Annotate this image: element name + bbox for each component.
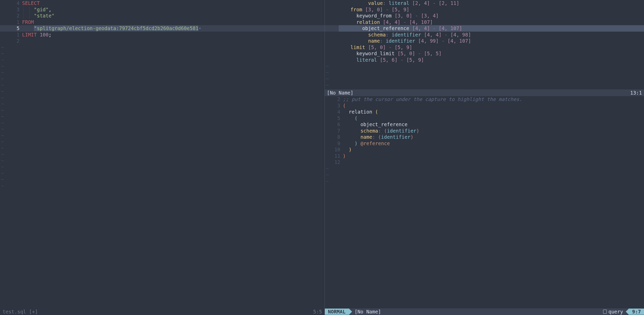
empty-line: ~	[0, 183, 325, 189]
empty-line: ~	[0, 69, 325, 76]
empty-line: ~	[0, 107, 325, 114]
line-number: 9	[325, 140, 343, 147]
empty-line: ~	[0, 50, 325, 57]
mode-indicator: NORMAL	[325, 309, 349, 315]
line-number: 8	[325, 134, 343, 140]
empty-line: ~	[325, 82, 644, 88]
code-line[interactable]: 10 )	[325, 146, 644, 153]
empty-line: ~	[0, 145, 325, 151]
empty-line: ~	[0, 151, 325, 158]
code-line[interactable]: 7 schema: (identifier)	[325, 128, 644, 134]
line-number: 5	[0, 25, 22, 32]
line-number: 7	[325, 128, 343, 134]
line-number: 2	[325, 96, 343, 103]
file-icon	[603, 310, 607, 314]
code-line[interactable]: keyword_limit [5, 0] - [5, 5]	[325, 50, 644, 57]
code-line[interactable]: 3(	[325, 103, 644, 109]
code-line[interactable]: 5│ │ "splitgraph/election-geodata:79724c…	[0, 25, 325, 32]
split-panes: 4SELECT3│ │ "gid",2│ │ "state"1FROM5│ │ …	[0, 0, 644, 315]
code-line[interactable]: keyword_from [3, 0] - [3, 4]	[325, 13, 644, 19]
code-line[interactable]: 6 object_reference	[325, 121, 644, 128]
code-line[interactable]: 12	[325, 159, 644, 165]
line-number: 2	[0, 38, 22, 44]
empty-line: ~	[0, 170, 325, 177]
filetype-segment: query	[601, 309, 625, 315]
code-line[interactable]: 11)	[325, 153, 644, 159]
line-number: 2	[0, 13, 22, 19]
code-line[interactable]: 2│ │ "state"	[0, 13, 325, 19]
top-right-statusline: [No Name] 13:1	[325, 89, 644, 96]
empty-line: ~	[325, 69, 644, 76]
empty-line: ~	[0, 120, 325, 126]
line-number: 3	[325, 103, 343, 109]
line-number: 3	[0, 6, 22, 13]
empty-line: ~	[0, 113, 325, 120]
code-line[interactable]: limit [5, 0] - [5, 9]	[325, 44, 644, 51]
code-line[interactable]: 2;; put the cursor under the capture to …	[325, 96, 644, 103]
code-line[interactable]: schema: identifier [4, 4] - [4, 98]	[325, 32, 644, 38]
empty-line: ~	[0, 88, 325, 95]
code-line[interactable]: 4 relation (	[325, 109, 644, 115]
empty-line: ~	[0, 101, 325, 107]
line-number: 10	[325, 146, 343, 153]
top-right-title: [No Name]	[327, 90, 630, 96]
code-line[interactable]: from [3, 0] - [5, 9]	[325, 6, 644, 13]
line-number: 5	[325, 115, 343, 122]
code-line[interactable]: 5 (	[325, 115, 644, 122]
line-number: 6	[325, 121, 343, 128]
left-statusline: test.sql [+] 5:5	[0, 308, 325, 315]
top-right-buffer[interactable]: value: literal [2, 4] - [2, 11] from [3,…	[325, 0, 644, 89]
separator-icon	[626, 308, 629, 315]
code-line[interactable]: name: identifier [4, 99] - [4, 107]	[325, 38, 644, 44]
empty-line: ~	[0, 164, 325, 170]
empty-line: ~	[0, 132, 325, 139]
line-number: 4	[0, 0, 22, 6]
empty-line: ~	[0, 76, 325, 82]
code-line[interactable]: 4SELECT	[0, 0, 325, 6]
empty-line: ~	[325, 76, 644, 82]
code-line[interactable]: value: literal [2, 4] - [2, 11]	[325, 0, 644, 6]
left-buffer[interactable]: 4SELECT3│ │ "gid",2│ │ "state"1FROM5│ │ …	[0, 0, 325, 308]
code-line[interactable]: 8 name: (identifier)	[325, 134, 644, 140]
code-line[interactable]: relation [4, 4] - [4, 107]	[325, 19, 644, 25]
left-pane[interactable]: 4SELECT3│ │ "gid",2│ │ "state"1FROM5│ │ …	[0, 0, 325, 315]
bottom-right-statusline: NORMAL [No Name] query 9:7	[325, 308, 644, 315]
code-line[interactable]: 9 ) @reference	[325, 140, 644, 147]
code-line[interactable]: object_reference [4, 4] - [4, 107]	[325, 25, 644, 32]
line-number: 1	[0, 32, 22, 38]
separator-icon	[349, 308, 352, 315]
left-modified: [+]	[29, 309, 38, 314]
line-number: 12	[325, 159, 343, 165]
empty-line: ~	[0, 44, 325, 51]
empty-line: ~	[0, 95, 325, 101]
left-filename: test.sql	[3, 309, 26, 314]
code-line[interactable]: 3│ │ "gid",	[0, 6, 325, 13]
code-line[interactable]: 1LIMIT 100;	[0, 32, 325, 38]
code-line[interactable]: 1FROM	[0, 19, 325, 25]
empty-line: ~	[0, 138, 325, 145]
code-line[interactable]: literal [5, 6] - [5, 9]	[325, 57, 644, 63]
empty-line: ~	[0, 126, 325, 132]
bottom-right-cursor-pos: 9:7	[629, 309, 644, 315]
right-pane[interactable]: value: literal [2, 4] - [2, 11] from [3,…	[325, 0, 644, 315]
empty-line: ~	[0, 176, 325, 183]
filetype-label: query	[608, 309, 623, 315]
code-line[interactable]: 2	[0, 38, 325, 44]
top-right-cursor-pos: 13:1	[630, 90, 642, 96]
bottom-right-buffer[interactable]: 2;; put the cursor under the capture to …	[325, 96, 644, 308]
empty-line: ~	[0, 158, 325, 164]
empty-line: ~	[325, 63, 644, 69]
line-number: 4	[325, 109, 343, 115]
empty-line: ~	[0, 57, 325, 63]
bottom-right-title: [No Name]	[352, 309, 384, 315]
editor-root: 4SELECT3│ │ "gid",2│ │ "state"1FROM5│ │ …	[0, 0, 644, 315]
empty-line: ~	[325, 165, 644, 172]
empty-line: ~	[0, 82, 325, 88]
left-cursor-pos: 5:5	[311, 309, 325, 315]
line-number: 1	[0, 19, 22, 25]
empty-line: ~	[325, 178, 644, 184]
line-number: 11	[325, 153, 343, 159]
empty-line: ~	[325, 172, 644, 178]
empty-line: ~	[0, 63, 325, 69]
